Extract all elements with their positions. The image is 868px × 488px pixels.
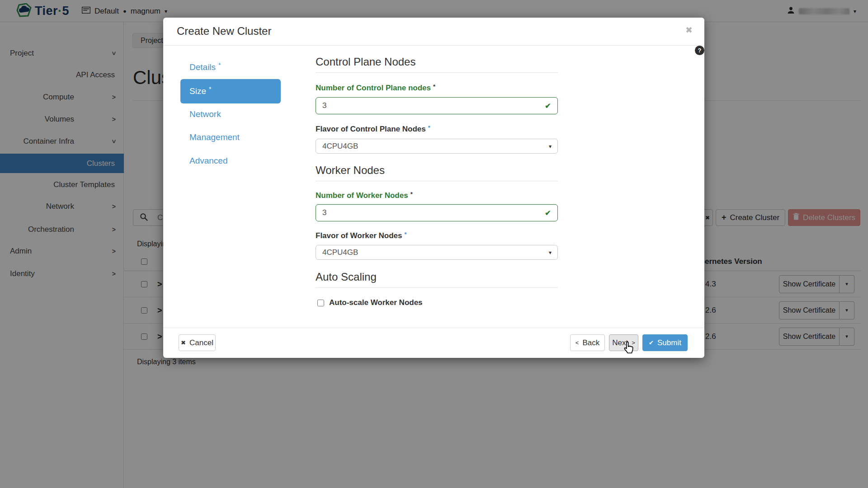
required-asterisk: * bbox=[209, 85, 211, 93]
step-label: Management bbox=[189, 132, 240, 142]
required-asterisk: * bbox=[410, 191, 413, 197]
tab-size[interactable]: Size * bbox=[180, 79, 281, 103]
label-text: Flavor of Worker Nodes bbox=[316, 231, 402, 240]
submit-label: Submit bbox=[657, 338, 681, 347]
chevron-left-icon: < bbox=[576, 339, 579, 346]
auto-scale-row: Auto-scale Worker Nodes bbox=[317, 298, 423, 307]
selected-value: 4CPU4GB bbox=[322, 142, 358, 151]
selected-value: 4CPU4GB bbox=[322, 248, 358, 257]
step-label: Details bbox=[189, 62, 216, 72]
control-plane-count-label: Number of Control Plane nodes* bbox=[316, 84, 435, 93]
valid-check-icon: ✔ bbox=[543, 209, 552, 217]
label-text: Flavor of Control Plane Nodes bbox=[316, 125, 426, 133]
control-plane-count-input[interactable] bbox=[316, 97, 558, 114]
label-text: Number of Worker Nodes bbox=[316, 191, 408, 200]
step-label: Advanced bbox=[189, 156, 228, 166]
cancel-button[interactable]: ✖ Cancel bbox=[179, 334, 216, 351]
app-root: Tier·5 Default ● magnum ▾ bbox=[0, 0, 868, 488]
caret-down-icon: ▾ bbox=[549, 249, 552, 256]
label-text: Number of Control Plane nodes bbox=[316, 84, 431, 92]
worker-flavor-select[interactable]: 4CPU4GB ▾ bbox=[316, 245, 558, 260]
step-label: Size bbox=[189, 86, 206, 96]
step-label: Network bbox=[189, 109, 221, 119]
cancel-label: Cancel bbox=[189, 338, 213, 347]
caret-down-icon: ▾ bbox=[549, 143, 552, 150]
auto-scale-label: Auto-scale Worker Nodes bbox=[329, 298, 423, 307]
close-icon[interactable]: ✖ bbox=[685, 25, 693, 35]
tab-management[interactable]: Management bbox=[180, 129, 281, 145]
back-label: Back bbox=[582, 338, 599, 347]
x-icon: ✖ bbox=[181, 339, 186, 346]
auto-scale-checkbox[interactable] bbox=[317, 300, 324, 306]
worker-flavor-label: Flavor of Worker Nodes* bbox=[316, 231, 407, 240]
check-icon: ✔ bbox=[649, 339, 654, 346]
tab-advanced[interactable]: Advanced bbox=[180, 153, 281, 169]
tab-network[interactable]: Network bbox=[180, 106, 281, 122]
required-asterisk: * bbox=[428, 124, 430, 131]
mouse-cursor bbox=[623, 341, 635, 357]
help-button[interactable]: ? bbox=[695, 46, 704, 55]
control-plane-flavor-label: Flavor of Control Plane Nodes* bbox=[316, 125, 430, 134]
submit-button[interactable]: ✔ Submit bbox=[642, 334, 688, 351]
section-heading-control-plane: Control Plane Nodes bbox=[316, 56, 558, 73]
section-heading-worker: Worker Nodes bbox=[316, 164, 558, 181]
required-asterisk: * bbox=[218, 61, 221, 69]
create-cluster-modal: Create New Cluster ✖ ? Details * Size * … bbox=[163, 18, 704, 358]
control-plane-flavor-select[interactable]: 4CPU4GB ▾ bbox=[316, 139, 558, 154]
valid-check-icon: ✔ bbox=[543, 102, 552, 110]
worker-count-input[interactable] bbox=[316, 204, 558, 221]
required-asterisk: * bbox=[433, 83, 435, 90]
back-button[interactable]: < Back bbox=[570, 334, 605, 351]
tab-details[interactable]: Details * bbox=[180, 59, 281, 75]
modal-header: Create New Cluster ✖ bbox=[163, 18, 704, 46]
modal-title: Create New Cluster bbox=[177, 25, 271, 38]
required-asterisk: * bbox=[404, 231, 406, 238]
section-heading-auto-scaling: Auto Scaling bbox=[316, 271, 558, 288]
worker-count-label: Number of Worker Nodes* bbox=[316, 191, 413, 200]
